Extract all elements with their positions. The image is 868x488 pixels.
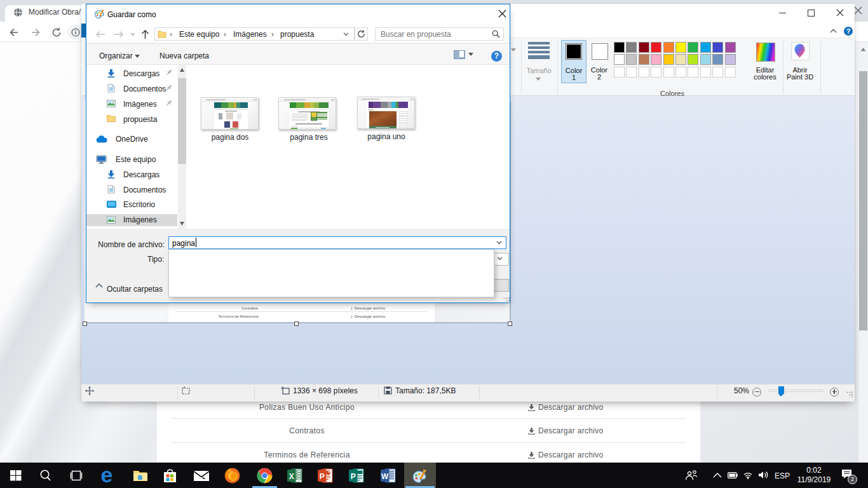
svg-text:W: W [381, 472, 389, 481]
svg-text:X: X [289, 472, 294, 481]
svg-text:P: P [351, 472, 356, 481]
svg-text:P: P [320, 472, 325, 481]
